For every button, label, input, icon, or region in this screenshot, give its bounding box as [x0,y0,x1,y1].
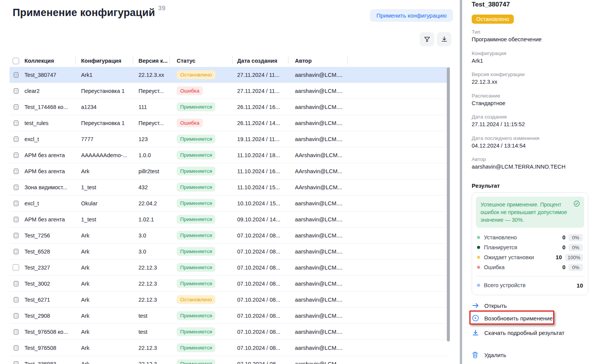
table-row[interactable]: Test_380747Ark122.12.3.xxОстановлено27.1… [10,67,447,83]
cell-author: aarshavin@LCM.... [295,120,347,126]
column-header-version[interactable]: Версия к... [138,58,177,64]
cell-collection: clear2 [24,88,81,94]
table-row[interactable]: Test_2327Ark22.12.3Применяется07.10.2024… [10,260,447,276]
table-row[interactable]: test_rulesПереустановка 1Переуст...Ошибк… [10,115,447,131]
collection-icon [13,296,20,303]
resume-apply-action[interactable]: Возобновить применение [472,314,553,322]
panel-scrollbar[interactable] [460,0,462,364]
field-label: Дата создания [472,113,589,120]
table-row[interactable]: Зона видимост...1_test432Применяется11.1… [10,179,447,195]
table-row[interactable]: АРМ без агентаAAAAAAAdemo-...1.0.0Примен… [10,147,447,163]
column-header-configuration[interactable]: Конфигурация [81,58,138,64]
column-header-author[interactable]: Автор [295,58,347,64]
table-row[interactable]: excl_tOkular22.04.2Применяется10.10.2024… [10,195,447,211]
table-row[interactable]: Test_174468 ко...a1234111Применяется26.1… [10,99,447,115]
collection-icon [13,136,20,143]
table-row[interactable]: Test_6528Ark3.0Применяется07.10.2024 / 0… [10,244,447,260]
cell-version: 22.04.2 [138,200,177,206]
cell-created: 07.10.2024 / 08... [237,361,295,364]
column-header-created[interactable]: Дата создания [237,58,295,64]
detail-field: Дата последнего изменения04.12.2024 / 13… [472,135,589,150]
cell-configuration: 1_test [81,184,138,190]
cell-collection: Test_2327 [24,265,81,271]
status-badge: Остановлено [177,70,215,79]
cell-version: Переуст... [138,120,177,126]
table-row[interactable]: Test_2908ArktestПрименяется07.10.2024 / … [10,308,447,324]
download-result-action[interactable]: Скачать подробный результат [472,329,564,336]
table-row[interactable]: Test_976508 ко...ArktestПрименяется07.10… [10,324,447,340]
cell-author: aarshavin@LCM.... [295,265,347,271]
cell-configuration: Ark1 [81,72,138,78]
total-label: Всего устройств [484,282,576,288]
table-row[interactable]: АРМ без агента1_test1.02.1Применяется09.… [10,211,447,227]
column-header-collection[interactable]: Коллекция [24,58,81,64]
table-row[interactable]: Test_336983Ark22.12.3Применяется07.10.20… [10,356,447,364]
details-title: Test_380747 [472,1,510,8]
cell-author: aarshavin@LCM.... [295,72,347,78]
stat-label: Планируется [484,244,562,250]
column-divider [288,56,288,64]
table-row[interactable]: Test_3002Ark22.12.3Применяется07.10.2024… [10,276,447,292]
filter-button[interactable] [420,32,434,46]
table-scrollbar[interactable] [447,67,450,341]
status-badge: Ошибка [177,86,203,95]
select-all-checkbox[interactable] [13,58,19,64]
column-header-status[interactable]: Статус [177,58,237,64]
status-badge: Применяется [177,263,215,272]
cell-configuration: 1_test [81,216,138,223]
collection-icon [13,216,20,223]
detail-field: Дата создания27.11.2024 / 11:15:52 [472,113,589,128]
cell-collection: Test_174468 ко... [24,104,81,110]
cell-version: 22.12.3 [138,345,177,351]
resume-play-icon [472,314,480,322]
delete-action[interactable]: Удалить [472,351,506,359]
table-row[interactable]: excl_t7777123Применяется19.11.2024 / 11.… [10,131,447,147]
stat-label: Ожидает установки [484,254,556,260]
collection-icon [13,312,20,319]
column-divider [232,56,233,64]
collection-icon [13,184,20,191]
collection-icon [13,280,20,287]
table-row[interactable]: Test_6271Ark22.12.3Остановлено07.10.2024… [10,292,447,308]
table-body: Test_380747Ark122.12.3.xxОстановлено27.1… [10,67,447,364]
field-label: Версия конфигурации [472,71,589,78]
result-card: Успешное применение. Процент ошибок не п… [472,192,588,295]
cell-created: 07.10.2024 / 08... [237,329,295,335]
cell-author: aarshavin@LCM.... [295,249,347,255]
collection-icon [13,200,20,207]
cell-version: 22.12.3.xx [138,72,177,78]
cell-version: test [138,329,177,335]
field-value: Программное обеспечение [472,36,589,44]
cell-created: 07.10.2024 / 08... [237,265,295,271]
cell-configuration: Переустановка 1 [81,88,138,94]
stat-percent: 0% [568,234,583,241]
status-badge: Применяется [177,247,215,256]
cell-version: test [138,313,177,319]
column-divider [169,56,170,64]
cell-collection: excl_t [24,200,81,206]
details-fields: ТипПрограммное обеспечениеКонфигурацияAr… [472,28,589,177]
table-download-button[interactable] [437,32,451,46]
cell-collection: excl_t [24,136,81,142]
cell-created: 10.10.2024 / 15... [237,200,295,206]
table-row[interactable]: АРМ без агентаArkpillr2testПрименяется11… [10,163,447,179]
collection-icon [13,361,20,364]
status-badge: Применяется [177,231,215,240]
table-row[interactable]: Test_7256Ark3.0Применяется07.10.2024 / 0… [10,227,447,244]
stat-percent: 0% [568,244,583,251]
cell-created: 27.11.2024 / 11... [237,72,295,78]
stat-count: 0 [562,234,565,240]
cell-version: 3.0 [138,232,177,239]
cell-created: 07.10.2024 / 08... [237,232,295,239]
detail-field: КонфигурацияArk1 [472,50,589,65]
stat-count: 10 [556,254,562,260]
table-row[interactable]: Test_976508Ark22.12.3Применяется07.10.20… [10,340,447,356]
cell-author: aarshavin@LCM.... [295,313,347,319]
stat-label: Установлено [484,234,562,240]
apply-configuration-button[interactable]: Применить конфигурацию [370,9,453,22]
cell-collection: АРМ без агента [24,152,81,158]
stat-row: Планируется00% [477,242,583,252]
open-action[interactable]: Открыть [472,302,507,309]
table-row[interactable]: clear2Переустановка 1Переуст...Ошибка27.… [10,83,447,99]
row-checkbox[interactable] [13,264,19,271]
